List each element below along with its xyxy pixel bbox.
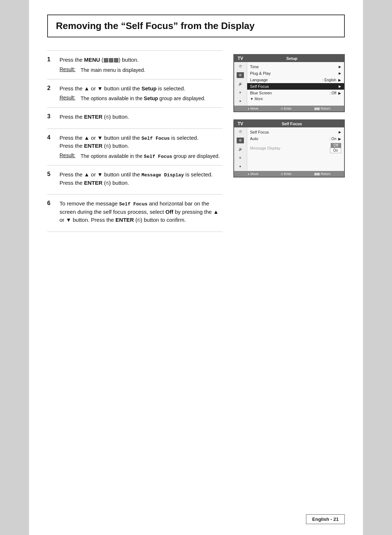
step2-text: Press the ▲ or ▼ button until the Setup … — [60, 85, 222, 93]
step-content-1: Press the MENU (▩▩▩) button. Result: The… — [60, 56, 222, 74]
step-number-4: 4 — [47, 134, 54, 141]
menu2-selffocus-arrow: ▶ — [339, 130, 341, 134]
icon2-clock: ⏱ — [237, 129, 244, 135]
menu2-selffocus-label: Self Focus — [250, 130, 269, 134]
page-footer: English - 21 — [306, 514, 345, 524]
screen2-menu: Self Focus ▶ Auto : On ▶ Message Display… — [247, 127, 344, 171]
screen1-sidebar: ⏱ ⚙ 🔊 ✕ ✦ — [234, 62, 247, 106]
title-box: Removing the “Self Focus” from the Displ… — [47, 15, 345, 37]
step-content-4: Press the ▲ or ▼ button until the Self F… — [60, 134, 222, 160]
screen2-tv-label: TV — [238, 121, 243, 126]
dropdown-off-option: Off — [331, 143, 341, 148]
menu2-msgdisplay-dropdown-container: Off On — [330, 143, 341, 153]
icon2-extra: ✦ — [237, 164, 244, 170]
step1-result: Result: The main menu is displayed. — [60, 66, 222, 74]
screen1-more: ▼ More — [247, 96, 344, 102]
icon2-audio: 🔊 — [237, 146, 244, 152]
result-label-2: Result: — [60, 95, 77, 102]
step-number-1: 1 — [47, 56, 54, 63]
footer-enter: ⎋ Enter — [281, 107, 291, 110]
step2-result: Result: The options available in the Set… — [60, 95, 222, 102]
step-number-6: 6 — [47, 200, 54, 207]
icon-audio: 🔊 — [237, 81, 244, 87]
menu-item-plugplay: Plug & Play ▶ — [247, 70, 344, 77]
menu-item-bluescreen-label: Blue Screen — [250, 91, 272, 95]
step-number-2: 2 — [47, 85, 54, 91]
screen2-body: ⏱ ⚙ 🔊 ✕ ✦ Self Focus ▶ Auto : On — [234, 127, 344, 171]
footer2-enter: ⎋ Enter — [281, 172, 291, 176]
screen2: TV Self Focus ⏱ ⚙ 🔊 ✕ ✦ Self Focus — [233, 119, 345, 177]
step-3: 3 Press the ENTER (⎋) button. — [47, 108, 222, 129]
menu2-item-msgdisplay: Message Display Off On — [247, 142, 344, 154]
screen1-tv-label: TV — [238, 56, 243, 61]
menu2-auto-label: Auto — [250, 136, 258, 141]
menu-item-time-arrow: ▶ — [339, 65, 341, 69]
screen1-header: TV Setup — [234, 55, 344, 62]
menu-item-time: Time ▶ — [247, 64, 344, 70]
instructions: 1 Press the MENU (▩▩▩) button. Result: T… — [47, 50, 222, 232]
menu-item-bluescreen-value: : Off ▶ — [330, 91, 341, 95]
step3-text: Press the ENTER (⎋) button. — [60, 113, 222, 121]
menu-item-selffocus-arrow: ▶ — [339, 85, 341, 88]
step6-text: To remove the message Self Focus and hor… — [60, 200, 222, 224]
icon-extra: ✦ — [237, 98, 244, 104]
step-5: 5 Press the ▲ or ▼ button until the Mess… — [47, 166, 222, 195]
footer-move: ⬧ Move — [248, 107, 258, 110]
menu-item-selffocus-label: Self Focus — [250, 84, 269, 89]
icon2-setup: ⚙ — [237, 138, 244, 143]
step1-result-text: The main menu is displayed. — [81, 66, 145, 74]
menu-item-language-label: Language — [250, 78, 268, 82]
step-number-5: 5 — [47, 171, 54, 177]
step4-text: Press the ▲ or ▼ button until the Self F… — [60, 134, 222, 150]
step-2: 2 Press the ▲ or ▼ button until the Setu… — [47, 79, 222, 108]
icon-picture: ✕ — [237, 90, 244, 95]
page-title: Removing the “Self Focus” from the Displ… — [56, 20, 336, 32]
step-content-2: Press the ▲ or ▼ button until the Setup … — [60, 85, 222, 103]
footer-return: ▮▮▮ Return — [314, 107, 331, 110]
menu2-msgdisplay-label: Message Display — [250, 146, 281, 150]
step5-text: Press the ▲ or ▼ button until the Messag… — [60, 171, 222, 187]
step-number-3: 3 — [47, 113, 54, 120]
screen2-footer: ⬧ Move ⎋ Enter ▮▮▮ Return — [234, 171, 344, 177]
step-content-6: To remove the message Self Focus and hor… — [60, 200, 222, 226]
step1-text: Press the MENU (▩▩▩) button. — [60, 56, 222, 64]
result-label: Result: — [60, 66, 77, 74]
menu2-auto-value: : On ▶ — [330, 137, 341, 141]
step-6: 6 To remove the message Self Focus and h… — [47, 195, 222, 232]
screen2-header: TV Self Focus — [234, 120, 344, 127]
screen2-sidebar: ⏱ ⚙ 🔊 ✕ ✦ — [234, 127, 247, 171]
icon-setup: ⚙ — [237, 72, 244, 78]
screenshots: TV Setup ⏱ ⚙ 🔊 ✕ ✦ Time ▶ — [233, 50, 345, 232]
menu2-item-auto: Auto : On ▶ — [247, 135, 344, 142]
screen1: TV Setup ⏱ ⚙ 🔊 ✕ ✦ Time ▶ — [233, 54, 345, 112]
menu-item-plugplay-arrow: ▶ — [339, 72, 341, 75]
step2-result-text: The options available in the Setup group… — [81, 95, 205, 102]
screen1-menu: Time ▶ Plug & Play ▶ Language : English … — [247, 62, 344, 106]
menu-item-time-label: Time — [250, 65, 259, 69]
screen1-footer: ⬧ Move ⎋ Enter ▮▮▮ Return — [234, 106, 344, 111]
icon-clock: ⏱ — [237, 64, 244, 69]
step-content-5: Press the ▲ or ▼ button until the Messag… — [60, 171, 222, 189]
menu-item-selffocus: Self Focus ▶ — [247, 83, 344, 90]
icon2-picture: ✕ — [237, 155, 244, 161]
menu-item-bluescreen: Blue Screen : Off ▶ — [247, 90, 344, 96]
footer2-move: ⬧ Move — [248, 172, 258, 176]
dropdown-on-option: On — [330, 148, 341, 153]
menu-item-language-value: : English ▶ — [322, 78, 341, 82]
menu2-item-selffocus: Self Focus ▶ — [247, 129, 344, 135]
step-4: 4 Press the ▲ or ▼ button until the Self… — [47, 129, 222, 166]
page: Removing the “Self Focus” from the Displ… — [29, 0, 363, 535]
step-content-3: Press the ENTER (⎋) button. — [60, 113, 222, 123]
screen1-title: Setup — [286, 56, 298, 61]
screen2-title: Self Focus — [282, 122, 302, 126]
menu-item-plugplay-label: Plug & Play — [250, 71, 271, 75]
menu-item-language: Language : English ▶ — [247, 77, 344, 83]
screen1-body: ⏱ ⚙ 🔊 ✕ ✦ Time ▶ Plug & Play ▶ — [234, 62, 344, 106]
footer2-return: ▮▮▮ Return — [314, 172, 331, 176]
step-1: 1 Press the MENU (▩▩▩) button. Result: T… — [47, 50, 222, 79]
step4-result: Result: The options available in the Sel… — [60, 152, 222, 160]
footer-text: English - 21 — [312, 516, 339, 522]
content-area: 1 Press the MENU (▩▩▩) button. Result: T… — [47, 50, 345, 232]
result-label-4: Result: — [60, 152, 77, 160]
step4-result-text: The options available in the Self Focus … — [81, 152, 220, 160]
